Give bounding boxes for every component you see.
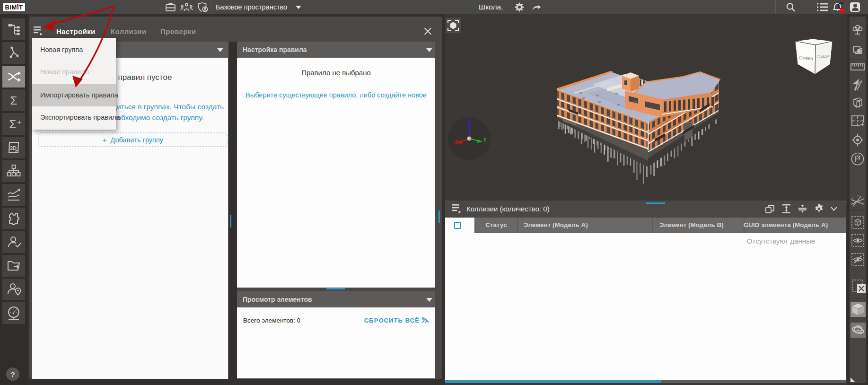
svg-text:Слева: Слева bbox=[799, 55, 814, 61]
svg-text:2: 2 bbox=[857, 194, 859, 198]
svg-text:X: X bbox=[455, 140, 458, 145]
svg-text:1: 1 bbox=[852, 196, 854, 200]
svg-text:Z: Z bbox=[468, 118, 471, 123]
svg-text:+: + bbox=[18, 118, 22, 126]
svg-text:Σ: Σ bbox=[10, 94, 18, 107]
svg-text:2D: 2D bbox=[10, 145, 17, 151]
svg-text:Y: Y bbox=[483, 138, 487, 143]
svg-text:Σ: Σ bbox=[9, 118, 17, 131]
